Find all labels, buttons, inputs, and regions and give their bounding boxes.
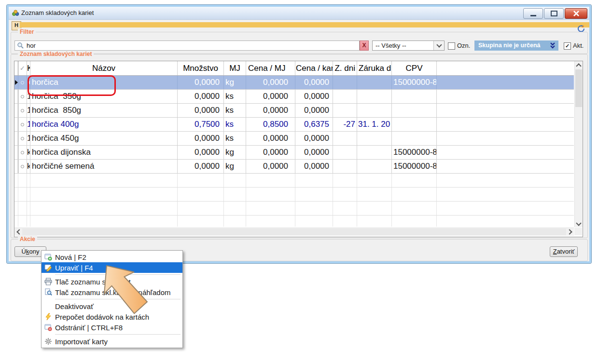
- cell-cpv: 15000000-8: [392, 76, 437, 89]
- column-header[interactable]: ✓: [18, 61, 27, 75]
- cell-mj: [224, 202, 246, 215]
- title-bar[interactable]: Zoznam skladových kariet: [9, 7, 589, 20]
- ozn-checkbox[interactable]: [448, 42, 455, 50]
- window: Zoznam skladových kariet H Filter X -- V…: [7, 5, 591, 263]
- table-row[interactable]: 1horčica 450g0,0000ks0,00000,0000: [14, 132, 574, 146]
- row-indicator-icon: [15, 80, 18, 85]
- maximize-icon: [551, 11, 557, 16]
- column-header[interactable]: MJ: [224, 61, 246, 75]
- cell-code: [27, 202, 30, 215]
- cell-mj: ks: [224, 104, 246, 117]
- cell-zaruka: [357, 216, 392, 227]
- cell-mj: [224, 216, 246, 227]
- cell-zaruka: [357, 188, 392, 201]
- menu-item[interactable]: Tlač zoznamu skl.kariet: [42, 276, 182, 287]
- scroll-up-button[interactable]: [575, 61, 583, 69]
- cell-filler: [437, 104, 574, 117]
- menu-item-label: Prepočet dodávok na kartách: [55, 313, 149, 321]
- column-header[interactable]: [437, 61, 574, 75]
- empty-row: [14, 174, 574, 188]
- cell-cena-kart: [295, 202, 333, 215]
- menu-item[interactable]: Prepočet dodávok na kartách: [42, 311, 182, 322]
- scroll-right-button[interactable]: [566, 228, 574, 236]
- vertical-scroll-thumb[interactable]: [575, 69, 582, 107]
- circle-marker-icon: [21, 151, 24, 154]
- circle-marker-icon: [21, 137, 24, 140]
- horizontal-scrollbar[interactable]: [14, 228, 574, 236]
- menu-separator: [55, 334, 181, 335]
- menu-separator: [55, 274, 181, 275]
- row-indicator: [14, 132, 18, 145]
- cell-code: 1: [27, 132, 30, 145]
- column-header[interactable]: Cena / MJ: [246, 61, 295, 75]
- refresh-icon[interactable]: [577, 25, 584, 32]
- menu-item[interactable]: Upraviť | F4: [42, 262, 182, 273]
- cell-cena-kart: [295, 188, 333, 201]
- import-icon: [43, 337, 53, 345]
- scroll-down-button[interactable]: [575, 219, 583, 227]
- table-row[interactable]: 1horčica 400g0,7500ks0,85000,6375-2731. …: [14, 118, 574, 132]
- menu-item[interactable]: Tlač zoznamu skl.kariet s náhľadom: [42, 287, 182, 297]
- menu-item[interactable]: Nová | F2: [42, 252, 182, 262]
- scroll-left-button[interactable]: [14, 228, 22, 236]
- category-dropdown[interactable]: -- Všetky --: [372, 40, 445, 51]
- vertical-scrollbar[interactable]: [574, 61, 583, 227]
- table-header-row[interactable]: ✓KNázovMnožstvoMJCena / MJCena / kartZ. …: [14, 61, 574, 76]
- empty-row: [14, 216, 574, 227]
- cell-mnozstvo: 0,7500: [178, 118, 224, 131]
- cell-mj: [224, 174, 246, 187]
- clear-search-button[interactable]: X: [360, 40, 369, 51]
- column-header[interactable]: Názov: [30, 61, 178, 75]
- chevron-down-icon[interactable]: [433, 41, 444, 50]
- column-header[interactable]: [14, 61, 18, 75]
- cell-filler: [437, 90, 574, 103]
- table-row[interactable]: 1horčica 850g0,0000ks0,00000,0000: [14, 104, 574, 118]
- cell-z-dni: [333, 132, 357, 145]
- window-title: Zoznam skladových kariet: [21, 7, 94, 19]
- column-header[interactable]: Množstvo: [178, 61, 224, 75]
- menu-item[interactable]: Deaktivovať: [42, 301, 182, 311]
- cell-z-dni: [333, 188, 357, 201]
- row-marker: [18, 202, 27, 215]
- search-input[interactable]: [14, 40, 360, 51]
- cell-code: 1: [27, 104, 30, 117]
- close-button[interactable]: [565, 8, 587, 19]
- cell-zaruka: [357, 146, 392, 159]
- cell-zaruka: [357, 132, 392, 145]
- circle-marker-icon: [21, 109, 24, 112]
- cell-filler: [437, 76, 574, 89]
- cell-filler: [437, 132, 574, 145]
- table-row[interactable]: khorčica0,0000kg0,00000,000015000000-8: [14, 76, 574, 90]
- cell-code: k: [27, 160, 30, 173]
- horizontal-scroll-thumb[interactable]: [22, 229, 566, 235]
- ozn-checkbox-label: Ozn.: [457, 40, 470, 51]
- row-indicator: [14, 160, 18, 173]
- table-row[interactable]: khorčičné semená0,0000kg0,00000,00001500…: [14, 160, 574, 174]
- menu-item[interactable]: Odstrániť | CTRL+F8: [42, 322, 182, 333]
- column-header[interactable]: CPV: [392, 61, 437, 75]
- cell-z-dni: [333, 76, 357, 89]
- menu-item[interactable]: Importovať karty: [42, 336, 182, 347]
- cell-z-dni: [333, 202, 357, 215]
- cell-cena-mj: 0,0000: [246, 160, 295, 173]
- row-marker: [18, 132, 27, 145]
- cell-cpv: 15000000-8: [392, 160, 437, 173]
- cell-filler: [437, 160, 574, 173]
- minimize-button[interactable]: [523, 8, 543, 19]
- table-row[interactable]: 1horčica 350g0,0000ks0,00000,0000: [14, 90, 574, 104]
- group-filter-button[interactable]: Skupina nie je určená: [474, 40, 558, 51]
- cell-mnozstvo: 0,0000: [178, 76, 224, 89]
- column-header[interactable]: K: [27, 61, 30, 75]
- column-header[interactable]: Z. dni: [333, 61, 357, 75]
- table-row[interactable]: khorčica dijonska0,0000kg0,00000,0000150…: [14, 146, 574, 160]
- akt-checkbox-label: Akt.: [573, 40, 584, 51]
- cell-mj: ks: [224, 118, 246, 131]
- zatvorit-button[interactable]: Zatvoriť: [550, 246, 578, 257]
- menu-item-label: Odstrániť | CTRL+F8: [55, 324, 123, 332]
- column-header[interactable]: Cena / kart: [295, 61, 333, 75]
- akt-checkbox[interactable]: ✓: [564, 42, 571, 50]
- cell-nazov: [30, 188, 178, 201]
- cell-z-dni: -27: [333, 118, 357, 131]
- maximize-button[interactable]: [544, 8, 564, 19]
- column-header[interactable]: Záruka d: [357, 61, 392, 75]
